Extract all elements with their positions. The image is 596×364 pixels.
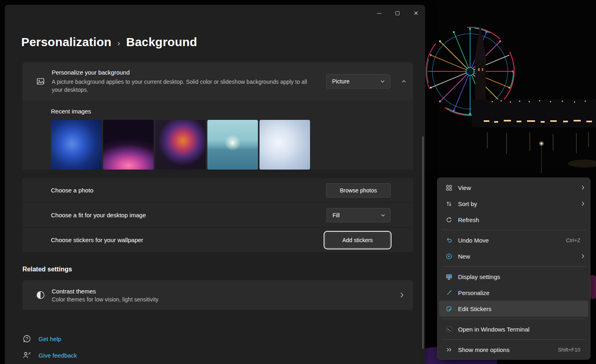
menu-label: Edit Stickers <box>458 305 584 312</box>
menu-label: Sort by <box>458 200 574 207</box>
menu-item-undo-move[interactable]: Undo Move Ctrl+Z <box>439 232 588 248</box>
close-icon: ✕ <box>414 10 418 16</box>
menu-separator <box>442 319 586 319</box>
contrast-themes-card[interactable]: Contrast themes Color themes for low vis… <box>22 280 413 310</box>
collapse-expander-button[interactable] <box>401 80 407 83</box>
background-type-dropdown[interactable]: Picture <box>326 74 390 89</box>
menu-label: Open in Windows Terminal <box>458 326 584 333</box>
minimize-button[interactable] <box>370 5 388 22</box>
card-description: A picture background applies to your cur… <box>52 78 312 94</box>
chevron-right-icon <box>400 292 403 298</box>
choose-fit-row: Choose a fit for your desktop image Fill <box>22 202 413 227</box>
close-button[interactable]: ✕ <box>407 5 425 22</box>
contrast-icon <box>36 291 45 299</box>
card-title: Personalize your background <box>52 69 312 76</box>
submenu-chevron-icon <box>580 185 584 190</box>
add-stickers-button[interactable]: Add stickers <box>325 233 390 248</box>
view-grid-icon <box>445 184 453 192</box>
choose-photo-label: Choose a photo <box>51 187 326 194</box>
breadcrumb: Personalization › Background <box>21 35 197 49</box>
recent-images-section: Recent images <box>22 101 413 170</box>
choose-photo-row: Choose a photo Browse photos <box>22 178 413 202</box>
display-icon <box>445 273 453 281</box>
choose-stickers-row: Choose stickers for your wallpaper Add s… <box>22 227 413 252</box>
browse-photos-button[interactable]: Browse photos <box>326 183 391 198</box>
new-plus-icon <box>445 252 453 260</box>
recent-image-light-bloom[interactable] <box>259 120 310 170</box>
menu-item-open-windows-terminal[interactable]: Open in Windows Terminal <box>439 321 588 337</box>
menu-label: View <box>458 184 574 191</box>
get-help-link[interactable]: ? Get help <box>22 334 61 343</box>
maximize-button[interactable] <box>388 5 407 22</box>
menu-label: New <box>458 253 574 260</box>
page-title: Background <box>126 35 197 49</box>
menu-separator <box>442 339 586 340</box>
submenu-chevron-icon <box>580 201 584 206</box>
menu-label: Refresh <box>458 216 584 223</box>
choose-stickers-label: Choose stickers for your wallpaper <box>51 237 325 243</box>
minimize-icon <box>377 13 381 14</box>
menu-item-refresh[interactable]: Refresh <box>439 212 588 228</box>
breadcrumb-separator-icon: › <box>118 37 120 48</box>
personalize-background-card[interactable]: Personalize your background A picture ba… <box>22 62 413 101</box>
settings-window: ✕ Personalization › Background Personali… <box>5 5 425 364</box>
menu-shortcut: Ctrl+Z <box>566 237 580 243</box>
menu-separator <box>442 266 586 267</box>
menu-separator <box>442 230 586 230</box>
maximize-icon <box>395 11 399 15</box>
caption-buttons: ✕ <box>370 5 425 22</box>
refresh-icon <box>445 216 453 224</box>
recent-image-dark-glow[interactable] <box>103 120 154 170</box>
chevron-down-icon <box>380 80 385 83</box>
submenu-chevron-icon <box>580 254 584 259</box>
recent-images-label: Recent images <box>51 108 413 115</box>
brush-icon <box>445 289 453 297</box>
vertical-scrollbar[interactable] <box>422 136 424 349</box>
menu-item-sort-by[interactable]: Sort by <box>439 196 588 212</box>
give-feedback-label: Give feedback <box>39 352 77 359</box>
menu-item-show-more-options[interactable]: Show more options Shift+F10 <box>439 342 588 358</box>
picture-icon <box>36 77 45 86</box>
menu-item-edit-stickers[interactable]: Edit Stickers <box>439 301 588 317</box>
menu-label: Show more options <box>458 346 553 353</box>
menu-item-new[interactable]: New <box>439 248 588 264</box>
sticker-icon <box>445 305 453 313</box>
background-type-value: Picture <box>332 78 350 85</box>
menu-item-personalize[interactable]: Personalize <box>439 285 588 301</box>
get-help-label: Get help <box>39 336 61 342</box>
menu-item-display-settings[interactable]: Display settings <box>439 269 588 285</box>
help-icon: ? <box>22 334 31 343</box>
menu-label: Personalize <box>458 289 584 296</box>
contrast-themes-title: Contrast themes <box>52 288 400 295</box>
sort-icon <box>445 200 453 208</box>
recent-image-color-ribbon[interactable] <box>155 120 206 170</box>
svg-text:?: ? <box>26 337 28 341</box>
menu-shortcut: Shift+F10 <box>558 347 580 353</box>
chevron-down-icon <box>381 214 385 217</box>
fit-dropdown[interactable]: Fill <box>326 208 391 222</box>
desktop-context-menu: View Sort by <box>437 178 590 360</box>
undo-icon <box>445 236 453 244</box>
show-more-icon <box>445 346 453 354</box>
terminal-icon <box>445 325 453 333</box>
desktop-screen: ✕ Personalization › Background Personali… <box>0 0 596 364</box>
related-settings-heading: Related settings <box>22 266 413 273</box>
recent-image-blue-bloom[interactable] <box>51 120 101 170</box>
fit-value: Fill <box>332 212 340 218</box>
settings-content: Personalize your background A picture ba… <box>22 62 413 310</box>
recent-image-beach-sunrise[interactable] <box>207 120 258 170</box>
recent-images-list <box>51 120 413 170</box>
menu-item-view[interactable]: View <box>439 180 588 196</box>
menu-label: Undo Move <box>458 237 561 244</box>
feedback-icon <box>22 351 31 360</box>
give-feedback-link[interactable]: Give feedback <box>22 351 77 360</box>
menu-label: Display settings <box>458 273 584 280</box>
choose-fit-label: Choose a fit for your desktop image <box>51 212 326 218</box>
breadcrumb-personalization[interactable]: Personalization <box>21 35 111 49</box>
contrast-themes-subtitle: Color themes for low vision, light sensi… <box>52 296 400 303</box>
